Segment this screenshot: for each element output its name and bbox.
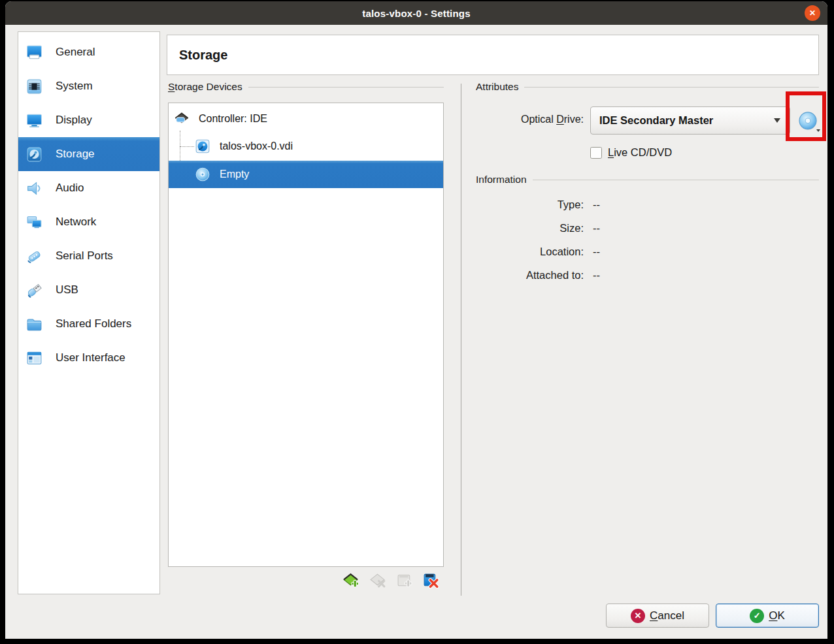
info-value: -- — [593, 269, 600, 282]
ok-icon: ✓ — [750, 609, 764, 623]
add-attachment-button[interactable] — [396, 572, 414, 590]
optical-disc-icon — [195, 167, 210, 182]
ok-button[interactable]: ✓ OK — [716, 604, 819, 628]
sidebar-item-label: General — [56, 46, 95, 59]
section-rule — [524, 87, 819, 88]
sidebar-item-label: User Interface — [56, 351, 125, 364]
network-icon — [25, 214, 43, 231]
remove-attachment-button[interactable] — [423, 572, 441, 590]
optical-drive-select[interactable]: IDE Secondary Master — [590, 106, 790, 135]
sidebar-item-label: USB — [56, 283, 78, 297]
sidebar-item-label: Storage — [56, 148, 95, 161]
info-label: Location: — [410, 246, 584, 258]
optical-disk-icon — [797, 110, 819, 133]
storage-devices-section-label: Storage Devices — [168, 81, 444, 93]
storage-icon — [25, 146, 43, 163]
section-rule — [533, 180, 819, 180]
label-text: C — [650, 609, 658, 622]
close-button[interactable]: ✕ — [805, 5, 820, 21]
info-row-type: Type: -- — [410, 193, 600, 216]
tree-row-empty[interactable]: Empty — [169, 161, 443, 188]
hard-disk-icon — [195, 138, 210, 154]
usb-icon — [25, 282, 43, 299]
label-text: ive CD/DVD — [614, 146, 672, 158]
section-label-text: torage Devices — [175, 81, 242, 92]
storage-tree: Controller: IDE talos-vbox-0.vdi Empty — [168, 103, 444, 567]
chevron-down-icon — [816, 129, 820, 132]
info-value: -- — [593, 222, 600, 234]
tree-row-label: talos-vbox-0.vdi — [220, 140, 293, 152]
attributes-section-label: Attributes — [476, 81, 819, 93]
live-cd-label: Live CD/DVD — [608, 146, 672, 159]
display-icon — [25, 112, 43, 129]
sidebar-item-label: Audio — [56, 182, 84, 195]
sidebar: General System Display Storage Audio Net… — [18, 31, 160, 594]
info-label: Type: — [410, 199, 584, 211]
close-icon: ✕ — [809, 9, 816, 17]
choose-disk-button[interactable] — [794, 107, 822, 137]
shared-folders-icon — [25, 315, 43, 333]
sidebar-item-system[interactable]: System — [18, 69, 159, 103]
page-header: Storage — [167, 35, 819, 75]
optical-drive-label: Optical Drive: — [424, 114, 584, 125]
titlebar[interactable]: talos-vbox-0 - Settings ✕ — [5, 1, 827, 25]
ide-controller-icon — [174, 111, 190, 127]
tree-row-label: Controller: IDE — [199, 113, 267, 125]
info-value: -- — [593, 199, 600, 211]
sidebar-item-shared-folders[interactable]: Shared Folders — [18, 307, 159, 341]
tree-row-controller-ide[interactable]: Controller: IDE — [169, 106, 443, 132]
label-text: rive: — [564, 114, 584, 125]
sidebar-item-label: Network — [56, 216, 96, 229]
sidebar-item-usb[interactable]: USB — [18, 273, 159, 307]
sidebar-item-storage[interactable]: Storage — [18, 137, 159, 171]
system-icon — [25, 78, 43, 95]
section-label-text: S — [168, 81, 175, 92]
info-row-attached-to: Attached to: -- — [410, 263, 600, 287]
cancel-icon: ✕ — [631, 609, 645, 623]
live-cd-checkbox-row[interactable]: Live CD/DVD — [590, 146, 672, 159]
section-rule — [248, 87, 444, 88]
optical-drive-value: IDE Secondary Master — [599, 114, 774, 127]
page-title: Storage — [179, 48, 227, 63]
info-row-location: Location: -- — [410, 240, 600, 263]
add-controller-button[interactable] — [342, 572, 360, 590]
remove-controller-button[interactable] — [369, 572, 387, 590]
sidebar-item-display[interactable]: Display — [18, 103, 159, 137]
label-text: O — [769, 609, 777, 622]
sidebar-item-audio[interactable]: Audio — [18, 171, 159, 205]
information-section-label: Information — [476, 174, 819, 185]
serial-ports-icon — [25, 248, 43, 265]
info-label: Attached to: — [410, 269, 584, 282]
general-icon — [25, 44, 43, 61]
chevron-down-icon — [774, 118, 780, 123]
window-title: talos-vbox-0 - Settings — [362, 8, 470, 19]
label-text: K — [777, 609, 784, 622]
sidebar-item-label: Shared Folders — [56, 317, 131, 330]
live-cd-checkbox[interactable] — [590, 147, 602, 159]
sidebar-item-general[interactable]: General — [18, 35, 159, 69]
section-label-text: Attributes — [476, 81, 518, 93]
tree-row-label: Empty — [220, 169, 249, 180]
user-interface-icon — [25, 349, 43, 367]
storage-toolbar — [342, 572, 441, 590]
settings-window: talos-vbox-0 - Settings ✕ General System… — [5, 1, 827, 639]
info-label: Size: — [410, 222, 584, 234]
ok-label: OK — [769, 609, 785, 622]
label-text: L — [608, 146, 614, 158]
sidebar-item-label: Display — [56, 114, 92, 127]
sidebar-item-network[interactable]: Network — [18, 205, 159, 239]
label-text: D — [556, 114, 564, 125]
audio-icon — [25, 180, 43, 197]
info-value: -- — [593, 246, 600, 258]
cancel-label: Cancel — [650, 609, 684, 622]
label-text: ancel — [658, 609, 684, 622]
sidebar-item-serial-ports[interactable]: Serial Ports — [18, 239, 159, 273]
sidebar-item-label: Serial Ports — [56, 250, 113, 263]
label-text: Optical — [521, 114, 556, 125]
section-label-text: Information — [476, 174, 527, 185]
tree-row-talos-vdi[interactable]: talos-vbox-0.vdi — [169, 133, 443, 159]
column-divider — [461, 84, 461, 596]
sidebar-item-label: System — [56, 80, 93, 93]
cancel-button[interactable]: ✕ Cancel — [606, 604, 709, 628]
sidebar-item-user-interface[interactable]: User Interface — [18, 341, 159, 375]
